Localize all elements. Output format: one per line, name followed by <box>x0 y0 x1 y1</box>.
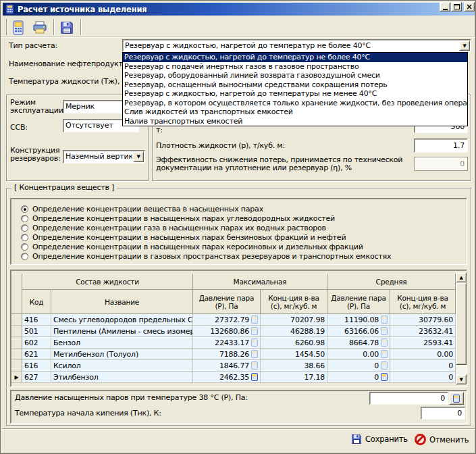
dropdown-item[interactable]: Налив транспортных емкостей <box>123 117 467 126</box>
calc-type-combobox[interactable]: Резервуар с жидкостью, нагретой до темпе… <box>122 39 471 52</box>
cell-pressure-max[interactable]: 2462.35 <box>193 372 261 383</box>
cell-conc-max[interactable]: 70207.98 <box>261 314 327 326</box>
efficiency-label: Эффективность снижения потерь, принимает… <box>156 156 407 172</box>
dropdown-item[interactable]: Резервуар, в котором осуществляется толь… <box>123 99 467 108</box>
calculate-button[interactable] <box>10 20 26 36</box>
cell-pressure-avg[interactable]: 0 <box>327 360 390 372</box>
radio-option-1[interactable]: Определение концентрации вещества в насы… <box>21 204 263 213</box>
chevron-down-icon[interactable]: ▼ <box>133 151 144 162</box>
dropdown-item[interactable]: Резервуар с жидкостью, нагретой до темпе… <box>123 53 467 62</box>
cell-pressure-avg[interactable]: 11190.08 <box>327 314 390 326</box>
cell-pressure-max[interactable]: 132680.86 <box>193 326 261 337</box>
chevron-down-icon[interactable]: ▼ <box>459 41 470 51</box>
calculator-icon[interactable] <box>251 316 258 324</box>
cell-code[interactable]: 602 <box>22 337 51 349</box>
calc-type-label: Тип расчета: <box>9 42 57 50</box>
cell-conc-avg[interactable]: 2593.41 <box>390 337 456 349</box>
cell-conc-avg[interactable]: 0 <box>390 360 456 372</box>
cell-conc-avg[interactable]: 23632.41 <box>390 326 456 337</box>
cell-code[interactable]: 621 <box>22 349 51 360</box>
cell-name[interactable]: Метилбензол (Толуол) <box>51 349 193 360</box>
radio-option-4[interactable]: Определение концентрации в насыщенных па… <box>21 232 346 242</box>
cell-pressure-avg[interactable]: 8664.78 <box>327 337 390 349</box>
calculator-icon[interactable] <box>251 350 258 358</box>
cell-name[interactable]: Пентилены (Амилены - смесь изомеров <box>51 326 193 337</box>
calculator-icon[interactable] <box>251 327 258 335</box>
cell-code[interactable]: 416 <box>22 314 51 326</box>
cell-code[interactable]: 501 <box>22 326 51 337</box>
calculator-icon[interactable] <box>251 338 258 347</box>
toolbar-save-button[interactable] <box>59 20 75 36</box>
cell-conc-avg[interactable]: 30779.60 <box>390 314 456 326</box>
composition-group-header: Состав жидкости <box>22 274 193 290</box>
cell-pressure-max[interactable]: 1846.77 <box>193 360 261 372</box>
cell-pressure-avg[interactable]: 63166.06 <box>327 326 390 337</box>
conc-avg-column-header[interactable]: Конц-ция в-ва (с), мг/куб. м <box>390 290 456 314</box>
dropdown-item[interactable]: Слив жидкостей из транспортных емкостей <box>123 107 467 117</box>
pressure38-value: 0 <box>372 394 445 403</box>
cell-conc-avg[interactable]: 0.00 <box>390 349 456 360</box>
cell-name[interactable]: Смесь углеводородов предельных С6-С <box>51 314 193 326</box>
title-bar[interactable]: Расчет источника выделения <box>3 3 475 16</box>
tboil-input[interactable]: 0 <box>421 407 465 420</box>
cell-pressure-max[interactable]: 27372.79 <box>193 314 261 326</box>
pressure-max-column-header[interactable]: Давление пара (Р), Па <box>193 290 261 314</box>
cell-code[interactable]: 627 <box>22 372 51 383</box>
calc-type-dropdown-list[interactable]: Резервуар с жидкостью, нагретой до темпе… <box>122 52 468 126</box>
maximize-icon <box>454 4 460 9</box>
calculator-icon[interactable] <box>381 316 388 324</box>
density-input[interactable]: 1.7 <box>414 138 468 153</box>
pressure38-input[interactable]: 0 <box>369 392 448 405</box>
calculator-icon[interactable] <box>381 361 388 370</box>
scrollbar-thumb[interactable] <box>456 282 467 365</box>
cancel-button[interactable]: Отменить <box>415 434 469 445</box>
code-column-header[interactable]: Код <box>22 290 51 314</box>
dropdown-item[interactable]: Резервуар, оборудованный линией возврата… <box>123 71 467 80</box>
dropdown-item[interactable]: Резервуар с жидкостью, нагретой до темпе… <box>123 89 467 99</box>
radio-label: Определение концентрации в газовых прост… <box>32 252 391 261</box>
cell-pressure-avg[interactable]: 0 <box>327 372 390 383</box>
cell-name[interactable]: Этилбензол <box>51 372 193 383</box>
conc-max-column-header[interactable]: Конц-ция в-ва (с), мг/куб. м <box>261 290 327 314</box>
calculator-icon[interactable] <box>381 350 388 358</box>
ssv-label: ССВ: <box>10 124 28 132</box>
calculator-icon[interactable] <box>251 373 258 381</box>
print-button[interactable] <box>32 20 48 36</box>
construction-combobox[interactable]: Наземный вертик. ▼ <box>63 150 145 163</box>
minimize-button[interactable] <box>440 2 450 11</box>
dropdown-item[interactable]: Резервуар с подачей инертных газов в газ… <box>123 62 467 72</box>
calculator-icon[interactable] <box>381 373 388 381</box>
save-icon <box>351 434 362 445</box>
save-button[interactable]: Сохранить <box>351 434 408 445</box>
cell-name[interactable]: Ксилол <box>51 360 193 372</box>
maximize-button[interactable] <box>451 2 462 11</box>
cell-conc-max[interactable]: 38.66 <box>261 360 327 372</box>
cell-conc-max[interactable]: 6260.98 <box>261 337 327 349</box>
cell-pressure-max[interactable]: 22433.17 <box>193 337 261 349</box>
calculator-icon[interactable] <box>381 327 388 335</box>
pressure38-calc-button[interactable] <box>449 392 464 405</box>
scroll-up-icon[interactable]: ▲ <box>456 272 467 282</box>
radio-option-2[interactable]: Определение концентрации в насыщенных па… <box>21 213 335 223</box>
radio-option-3[interactable]: Определение концентрации газа в насыщенн… <box>21 223 326 232</box>
radio-option-6[interactable]: Определение концентрации в газовых прост… <box>21 251 391 261</box>
cell-pressure-max[interactable]: 7188.26 <box>193 349 261 360</box>
cell-name[interactable]: Бензол <box>51 337 193 349</box>
cell-conc-max[interactable]: 17.18 <box>261 372 327 383</box>
cell-code[interactable]: 616 <box>22 360 51 372</box>
calculator-icon[interactable] <box>251 361 258 370</box>
cell-conc-max[interactable]: 46288.19 <box>261 326 327 337</box>
dropdown-item[interactable]: Резервуар, оснащенный выносными средства… <box>123 80 467 90</box>
cell-conc-avg[interactable]: 0 <box>390 372 456 383</box>
cell-pressure-avg[interactable]: 0.00 <box>327 349 390 360</box>
calculator-icon[interactable] <box>381 338 388 347</box>
close-button[interactable]: × <box>464 2 475 11</box>
concentration-group-title: [ Концентрация веществ ] <box>11 184 117 192</box>
cell-conc-max[interactable]: 1454.50 <box>261 349 327 360</box>
name-column-header[interactable]: Название <box>51 290 193 314</box>
pressure-avg-column-header[interactable]: Давление пара (Р), Па <box>327 290 390 314</box>
scroll-down-icon[interactable]: ▼ <box>456 374 467 384</box>
calc-type-value: Резервуар с жидкостью, нагретой до темпе… <box>125 41 458 50</box>
product-name-label: Наименование нефтепродукта: <box>9 60 130 68</box>
radio-option-5[interactable]: Определение концентрации в насыщенных па… <box>21 242 363 251</box>
